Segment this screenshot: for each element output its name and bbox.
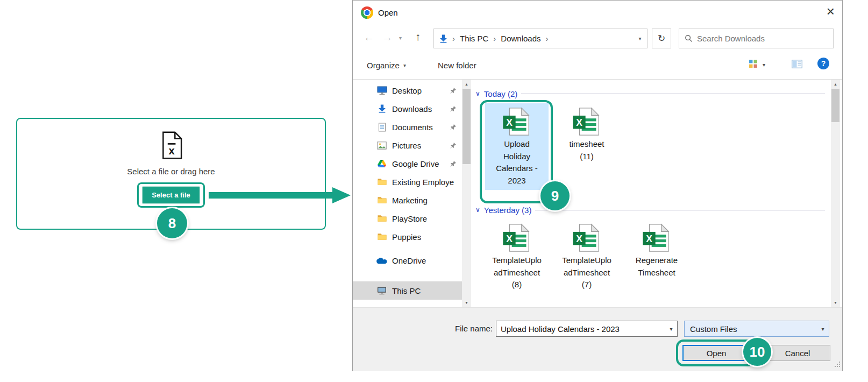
sidebar-item-playstore[interactable]: PlayStore: [353, 209, 462, 228]
annotation-highlight-button: Select a file: [137, 182, 205, 208]
sidebar-item-this-pc[interactable]: This PC: [353, 281, 462, 300]
up-button[interactable]: ↑: [415, 31, 421, 42]
sidebar-item-marketing[interactable]: Marketing: [353, 191, 462, 209]
recent-locations-chevron[interactable]: ▾: [399, 36, 402, 41]
scrollbar-thumb[interactable]: [831, 89, 839, 122]
organize-label: Organize: [367, 61, 400, 70]
refresh-button[interactable]: ↻: [652, 29, 671, 48]
dialog-footer: [353, 307, 842, 371]
file-type-combobox[interactable]: Custom Files ▾: [684, 321, 829, 337]
view-dropdown-chevron[interactable]: ▾: [763, 62, 765, 68]
svg-text:X: X: [646, 234, 652, 244]
folder-icon: [376, 178, 387, 186]
chrome-logo-icon: [361, 6, 373, 19]
annotation-arrow-head: [332, 187, 351, 203]
breadcrumb-separator: ›: [452, 34, 455, 43]
group-rule: [535, 210, 825, 210]
select-a-file-button[interactable]: Select a file: [142, 186, 200, 204]
file-item-regenerate-timesheet[interactable]: X Regenerate Timesheet: [625, 220, 688, 282]
organize-menu[interactable]: Organize ▾: [367, 61, 406, 70]
pin-icon: [450, 87, 457, 96]
file-item-template-upload-timesheet-7[interactable]: X TemplateUploadTimesheet (7): [555, 220, 618, 294]
folder-icon: [376, 215, 387, 222]
scroll-up-arrow[interactable]: ▲: [831, 80, 840, 89]
sidebar-item-downloads[interactable]: Downloads: [353, 100, 462, 118]
new-folder-button[interactable]: New folder: [438, 61, 476, 70]
file-list: ∨ Today (2) X Upload Holiday Calendars -…: [471, 80, 831, 307]
group-header-yesterday[interactable]: ∨ Yesterday (3): [475, 204, 825, 215]
file-type-value: Custom Files: [690, 324, 817, 334]
breadcrumb-separator: ›: [546, 34, 549, 43]
sidebar-item-onedrive[interactable]: OneDrive: [353, 251, 462, 270]
step-badge-8: 8: [157, 208, 187, 238]
dropzone-hint-text: Select a file or drag here: [127, 167, 215, 176]
pin-icon: [450, 123, 457, 132]
file-list-scrollbar[interactable]: ▲ ▼: [831, 80, 840, 307]
file-item-timesheet-11[interactable]: X timesheet (11): [555, 103, 618, 166]
search-box: [679, 29, 834, 48]
file-item-upload-holiday-calendars[interactable]: X Upload Holiday Calendars - 2023: [485, 103, 549, 190]
step-badge-10: 10: [743, 338, 771, 366]
pictures-icon: [376, 142, 387, 150]
scroll-up-arrow[interactable]: ▲: [462, 80, 471, 89]
file-name-input[interactable]: [496, 324, 665, 334]
breadcrumb-separator: ›: [493, 34, 496, 43]
excel-file-icon: X: [502, 107, 532, 137]
group-collapse-icon: ∨: [475, 90, 480, 97]
this-pc-icon: [376, 286, 387, 295]
desktop-icon: [376, 86, 387, 95]
close-icon[interactable]: ×: [827, 3, 835, 20]
excel-file-icon: X: [572, 107, 602, 137]
svg-text:x: x: [168, 145, 175, 157]
preview-pane-icon[interactable]: [792, 60, 802, 68]
group-header-today[interactable]: ∨ Today (2): [475, 88, 825, 99]
sidebar-item-pictures[interactable]: Pictures: [353, 136, 462, 154]
pin-icon: [450, 160, 457, 169]
back-button[interactable]: ←: [364, 32, 374, 43]
sidebar-item-documents[interactable]: Documents: [353, 118, 462, 136]
group-collapse-icon: ∨: [475, 206, 480, 214]
address-dropdown-chevron[interactable]: ▾: [633, 36, 647, 41]
search-icon: [685, 34, 693, 43]
open-button[interactable]: Open: [682, 345, 750, 361]
annotation-arrow-shaft: [209, 192, 333, 199]
sidebar-item-google-drive[interactable]: Google Drive: [353, 154, 462, 173]
cancel-button[interactable]: Cancel: [765, 345, 830, 361]
folder-icon: [376, 196, 387, 204]
excel-file-icon: X: [642, 223, 672, 253]
file-item-template-upload-timesheet-8[interactable]: X TemplateUploadTimesheet (8): [485, 220, 549, 294]
file-name-combobox: ▾: [496, 321, 678, 337]
search-input[interactable]: [697, 34, 815, 43]
breadcrumb-downloads[interactable]: Downloads: [501, 34, 540, 43]
sidebar-item-puppies[interactable]: Puppies: [353, 228, 462, 246]
change-view-icon[interactable]: [749, 59, 758, 68]
sidebar-item-existing-employees[interactable]: Existing Employe: [353, 173, 462, 191]
dialog-title: Open: [378, 1, 398, 25]
onedrive-icon: [376, 257, 387, 264]
file-type-dropdown-chevron: ▾: [817, 326, 829, 332]
pin-icon: [450, 105, 457, 114]
scroll-down-arrow[interactable]: ▼: [462, 298, 471, 307]
open-file-dialog: Open × ← → ▾ ↑ › This PC › Downloads › ▾…: [352, 0, 843, 371]
step-badge-9: 9: [540, 181, 570, 210]
chevron-down-icon: ▾: [403, 62, 406, 68]
sidebar-scrollbar[interactable]: ▲ ▼: [462, 80, 471, 307]
page: { "colors": { "accent": "#17a287", "sele…: [0, 0, 868, 382]
group-rule: [521, 94, 825, 94]
excel-file-icon: X: [572, 223, 602, 253]
pin-icon: [450, 142, 457, 151]
downloads-icon: [376, 104, 387, 113]
svg-text:X: X: [506, 117, 513, 128]
excel-file-icon: X: [502, 223, 532, 253]
forward-button[interactable]: →: [382, 32, 393, 43]
scroll-down-arrow[interactable]: ▼: [831, 298, 840, 307]
breadcrumb-this-pc[interactable]: This PC: [460, 34, 488, 43]
scrollbar-thumb[interactable]: [463, 89, 471, 164]
svg-text:X: X: [576, 117, 582, 128]
file-name-dropdown-chevron[interactable]: ▾: [665, 326, 677, 332]
file-name-label: File name:: [433, 321, 493, 337]
downloads-folder-icon: [439, 34, 447, 43]
help-button[interactable]: ?: [817, 58, 829, 69]
sidebar-item-desktop[interactable]: Desktop: [353, 81, 462, 100]
resize-grip[interactable]: [834, 360, 841, 369]
